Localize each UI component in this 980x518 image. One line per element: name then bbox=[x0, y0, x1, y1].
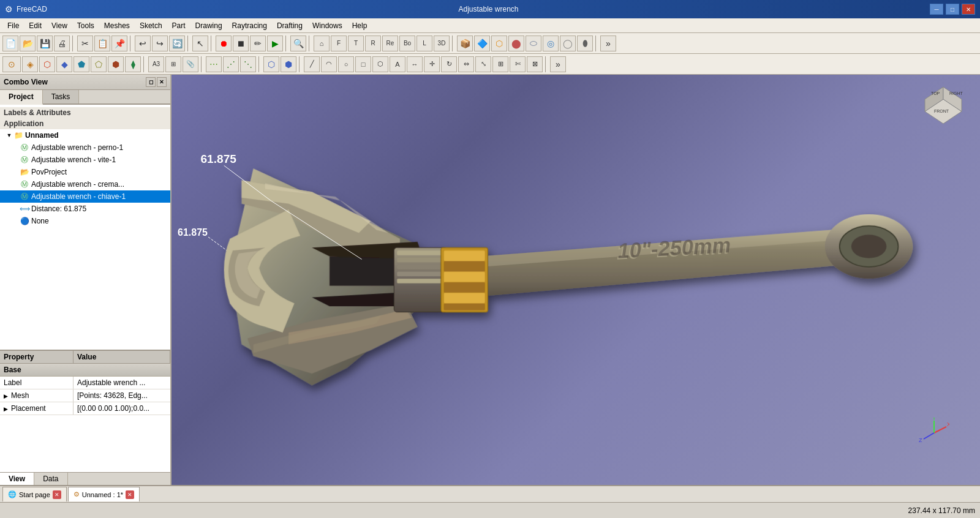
menu-help[interactable]: Help bbox=[347, 20, 372, 31]
view-rear[interactable]: Re bbox=[382, 36, 398, 51]
redo-button[interactable]: ↪ bbox=[152, 36, 168, 51]
draft-line[interactable]: ╱ bbox=[304, 56, 320, 72]
draft-circle[interactable]: ○ bbox=[338, 56, 354, 72]
tree-item-distance[interactable]: ⟺ Distance: 61.875 bbox=[0, 203, 170, 215]
tab-data[interactable]: Data bbox=[34, 473, 67, 485]
save-button[interactable]: 💾 bbox=[37, 36, 53, 51]
tree-item-chiave[interactable]: Ⓜ Adjustable wrench - chiave-1 bbox=[0, 190, 170, 203]
shape-3[interactable]: ⬡ bbox=[491, 36, 507, 51]
clip-btn[interactable]: 📎 bbox=[183, 56, 198, 72]
menu-file[interactable]: File bbox=[2, 20, 24, 31]
shape-2[interactable]: 🔷 bbox=[474, 36, 490, 51]
menu-tools[interactable]: Tools bbox=[72, 20, 99, 31]
view-top[interactable]: T bbox=[348, 36, 364, 51]
tab-project[interactable]: Project bbox=[0, 90, 43, 105]
mesh-1[interactable]: ⋯ bbox=[206, 56, 222, 72]
menu-drafting[interactable]: Drafting bbox=[272, 20, 307, 31]
view-front[interactable]: F bbox=[331, 36, 347, 51]
undo-button[interactable]: ↩ bbox=[135, 36, 151, 51]
panel-close-button[interactable]: ✕ bbox=[157, 77, 167, 87]
tab-view[interactable]: View bbox=[0, 473, 34, 485]
draft-trim[interactable]: ✄ bbox=[510, 56, 526, 72]
tree-item-crema[interactable]: Ⓜ Adjustable wrench - crema... bbox=[0, 178, 170, 190]
tab-tasks[interactable]: Tasks bbox=[43, 90, 80, 103]
view-3d[interactable]: 3D bbox=[434, 36, 450, 51]
wb-3[interactable]: ⬡ bbox=[39, 56, 55, 72]
menu-view[interactable]: View bbox=[47, 20, 72, 31]
menu-drawing[interactable]: Drawing bbox=[190, 20, 227, 31]
maximize-button[interactable]: □ bbox=[946, 4, 959, 15]
close-button[interactable]: ✕ bbox=[962, 4, 975, 15]
shape-7[interactable]: ◯ bbox=[560, 36, 576, 51]
open-button[interactable]: 📂 bbox=[20, 36, 36, 51]
wb-5[interactable]: ⬟ bbox=[74, 56, 89, 72]
record-button[interactable]: ⏺ bbox=[216, 36, 232, 51]
draft-2[interactable]: ⬢ bbox=[281, 56, 296, 72]
draft-mirror[interactable]: ⇔ bbox=[458, 56, 474, 72]
pen-button[interactable]: ✏ bbox=[250, 36, 266, 51]
prop-row-placement[interactable]: ▶Placement [(0.00 0.00 1.00);0.0... bbox=[0, 402, 170, 415]
draft-scale[interactable]: ⤡ bbox=[475, 56, 491, 72]
new-button[interactable]: 📄 bbox=[2, 36, 18, 51]
zoom-btn[interactable]: 🔍 bbox=[290, 36, 306, 51]
more-btn2[interactable]: » bbox=[550, 56, 566, 72]
menu-raytracing[interactable]: Raytracing bbox=[227, 20, 272, 31]
shape-5[interactable]: ⬭ bbox=[526, 36, 541, 51]
grid-btn[interactable]: ⊞ bbox=[165, 56, 181, 72]
prop-row-mesh[interactable]: ▶Mesh [Points: 43628, Edg... bbox=[0, 389, 170, 402]
minimize-button[interactable]: ─ bbox=[930, 4, 943, 15]
draft-offset[interactable]: ⊞ bbox=[492, 56, 508, 72]
view-bottom[interactable]: Bo bbox=[399, 36, 415, 51]
wb-8[interactable]: ⧫ bbox=[125, 56, 141, 72]
wb-4[interactable]: ◆ bbox=[56, 56, 72, 72]
draft-arc[interactable]: ◠ bbox=[321, 56, 337, 72]
view-left[interactable]: L bbox=[417, 36, 432, 51]
wb-1[interactable]: ⊙ bbox=[2, 56, 21, 72]
copy-button[interactable]: 📋 bbox=[94, 36, 110, 51]
prop-row-label[interactable]: Label Adjustable wrench ... bbox=[0, 377, 170, 389]
tree-item-vite[interactable]: Ⓜ Adjustable wrench - vite-1 bbox=[0, 154, 170, 166]
print-button[interactable]: 🖨 bbox=[54, 36, 70, 51]
wb-7[interactable]: ⬢ bbox=[108, 56, 124, 72]
paste-button[interactable]: 📌 bbox=[111, 36, 127, 51]
close-unnamed[interactable]: ✕ bbox=[126, 490, 134, 499]
sheet-btn[interactable]: A3 bbox=[148, 56, 164, 72]
draft-array[interactable]: ⊠ bbox=[527, 56, 543, 72]
viewport-3d[interactable]: FRONT TOP RIGHT 61.875 bbox=[172, 75, 980, 485]
view-home[interactable]: ⌂ bbox=[314, 36, 330, 51]
tab-start-page[interactable]: 🌐 Start page ✕ bbox=[2, 487, 67, 501]
wb-2[interactable]: ◈ bbox=[22, 56, 38, 72]
play-button[interactable]: ▶ bbox=[267, 36, 283, 51]
menu-meshes[interactable]: Meshes bbox=[99, 20, 135, 31]
draft-1[interactable]: ⬡ bbox=[263, 56, 279, 72]
wb-6[interactable]: ⬠ bbox=[91, 56, 107, 72]
refresh-button[interactable]: 🔄 bbox=[169, 36, 185, 51]
more-btn[interactable]: » bbox=[600, 36, 616, 51]
shape-1[interactable]: 📦 bbox=[457, 36, 473, 51]
panel-restore-button[interactable]: ◻ bbox=[146, 77, 156, 87]
draft-move[interactable]: ✛ bbox=[424, 56, 440, 72]
tree-root-unnamed[interactable]: ▼ 📁 Unnamed bbox=[0, 129, 170, 141]
stop-button[interactable]: ⏹ bbox=[233, 36, 249, 51]
menu-part[interactable]: Part bbox=[167, 20, 190, 31]
tree-item-none[interactable]: 🔵 None bbox=[0, 215, 170, 227]
mesh-3[interactable]: ⋱ bbox=[240, 56, 256, 72]
draft-poly[interactable]: ⬡ bbox=[372, 56, 388, 72]
shape-8[interactable]: ⬮ bbox=[577, 36, 593, 51]
cut-button[interactable]: ✂ bbox=[77, 36, 93, 51]
draft-text[interactable]: A bbox=[390, 56, 405, 72]
draft-dim[interactable]: ↔ bbox=[407, 56, 423, 72]
tab-unnamed[interactable]: ⚙ Unnamed : 1* ✕ bbox=[68, 487, 140, 501]
shape-4[interactable]: ⬤ bbox=[508, 36, 524, 51]
menu-edit[interactable]: Edit bbox=[24, 20, 47, 31]
view-right[interactable]: R bbox=[365, 36, 381, 51]
mesh-2[interactable]: ⋰ bbox=[223, 56, 239, 72]
menu-sketch[interactable]: Sketch bbox=[135, 20, 167, 31]
tree-item-perno[interactable]: Ⓜ Adjustable wrench - perno-1 bbox=[0, 141, 170, 154]
draft-rect[interactable]: □ bbox=[355, 56, 371, 72]
pointer-button[interactable]: ↖ bbox=[192, 36, 208, 51]
tree-item-pov[interactable]: 📂 PovProject bbox=[0, 166, 170, 178]
draft-rotate[interactable]: ↻ bbox=[441, 56, 457, 72]
shape-6[interactable]: ◎ bbox=[543, 36, 559, 51]
menu-windows[interactable]: Windows bbox=[307, 20, 347, 31]
